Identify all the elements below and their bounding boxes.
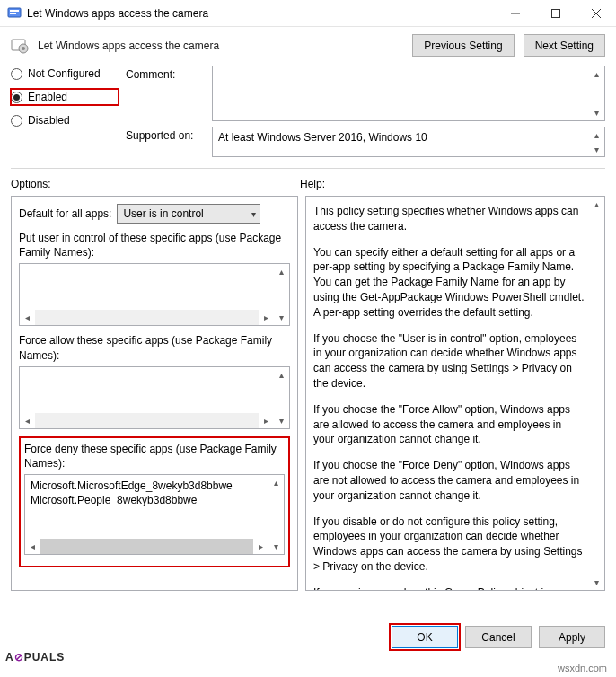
radio-icon: [11, 92, 22, 103]
force-deny-section: Force deny these specific apps (use Pack…: [19, 436, 290, 567]
options-header: Options:: [11, 178, 300, 190]
meta-fields: Comment: ▴ ▾ Supported on: At least Wind…: [126, 66, 605, 157]
scrollbar-vertical[interactable]: ▴ ▾: [589, 197, 604, 590]
svg-point-9: [22, 47, 25, 50]
svg-rect-4: [551, 9, 559, 17]
radio-disabled[interactable]: Disabled: [11, 114, 119, 127]
radio-label: Not Configured: [28, 67, 101, 80]
supported-value: At least Windows Server 2016, Windows 10: [218, 131, 427, 144]
brand-text: ⊘: [14, 651, 24, 664]
header-row: Let Windows apps access the camera Previ…: [0, 27, 616, 60]
radio-not-configured[interactable]: Not Configured: [11, 67, 119, 80]
scroll-down-icon: ▾: [274, 413, 289, 428]
help-paragraph: If you choose the "User is in control" o…: [313, 331, 585, 391]
help-header: Help:: [300, 178, 605, 190]
next-setting-button[interactable]: Next Setting: [524, 34, 605, 57]
scrollbar-horizontal[interactable]: ◂ ▸: [20, 310, 274, 325]
window-policy-icon: [7, 6, 22, 21]
titlebar: Let Windows apps access the camera: [0, 0, 616, 27]
scroll-left-icon: ◂: [25, 539, 40, 554]
scrollbar-horizontal[interactable]: ◂ ▸: [25, 539, 268, 554]
panes: Default for all apps: User is in control…: [0, 196, 616, 591]
help-paragraph: You can specify either a default setting…: [313, 245, 585, 321]
dialog-footer: OK Cancel Apply: [392, 626, 605, 648]
supported-textarea: At least Windows Server 2016, Windows 10…: [212, 127, 605, 157]
svg-rect-1: [10, 10, 19, 12]
force-deny-label: Force deny these specific apps (use Pack…: [24, 442, 285, 470]
default-for-all-label: Default for all apps:: [19, 207, 111, 220]
previous-setting-button[interactable]: Previous Setting: [412, 34, 514, 57]
force-allow-label: Force allow these specific apps (use Pac…: [19, 333, 290, 362]
state-radios: Not Configured Enabled Disabled: [11, 66, 119, 157]
scrollbar-vertical[interactable]: ▴ ▾: [589, 127, 604, 156]
scroll-right-icon: ▸: [259, 413, 274, 428]
scrollbar-vertical[interactable]: ▴ ▾: [274, 264, 289, 325]
ok-button[interactable]: OK: [392, 626, 458, 648]
scroll-up-icon: ▴: [589, 66, 604, 82]
scroll-down-icon: ▾: [268, 539, 284, 554]
watermark-site: wsxdn.com: [558, 663, 607, 673]
maximize-button[interactable]: [535, 0, 576, 27]
scroll-down-icon: ▾: [589, 142, 604, 156]
minimize-button[interactable]: [495, 0, 535, 27]
default-for-all-select[interactable]: User is in control ▾: [117, 204, 260, 224]
force-allow-listbox[interactable]: ▴ ▾ ◂ ▸: [19, 366, 290, 429]
scrollbar-vertical[interactable]: ▴ ▾: [268, 475, 284, 554]
help-paragraph: If an app is open when this Group Policy…: [313, 585, 585, 591]
watermark-brand: A⊘PUALS: [5, 643, 65, 666]
scroll-up-icon: ▴: [589, 127, 604, 142]
options-pane: Default for all apps: User is in control…: [11, 196, 298, 591]
scroll-track: [40, 539, 253, 554]
scroll-track: [35, 310, 259, 325]
policy-title: Let Windows apps access the camera: [38, 40, 403, 52]
radio-label: Enabled: [28, 91, 67, 103]
radio-icon: [11, 68, 22, 80]
section-headers: Options: Help:: [0, 169, 616, 196]
scroll-left-icon: ◂: [20, 310, 35, 325]
list-item: Microsoft.People_8wekyb3d8bbwe: [31, 493, 266, 507]
comment-label: Comment:: [126, 66, 205, 121]
apply-button[interactable]: Apply: [539, 626, 605, 648]
config-area: Not Configured Enabled Disabled Comment:…: [0, 60, 616, 161]
help-pane: This policy setting specifies whether Wi…: [305, 196, 605, 591]
scroll-right-icon: ▸: [259, 310, 274, 325]
cancel-button[interactable]: Cancel: [465, 626, 532, 648]
select-value: User is in control: [123, 207, 203, 220]
window-title: Let Windows apps access the camera: [27, 7, 495, 20]
scroll-up-icon: ▴: [268, 475, 284, 490]
close-button[interactable]: [576, 0, 616, 27]
scroll-down-icon: ▾: [589, 105, 604, 120]
scroll-up-icon: ▴: [274, 367, 289, 382]
scroll-down-icon: ▾: [589, 575, 604, 590]
help-paragraph: If you choose the "Force Deny" option, W…: [313, 458, 585, 503]
radio-label: Disabled: [28, 114, 70, 127]
scroll-down-icon: ▾: [274, 310, 289, 325]
put-user-listbox[interactable]: ▴ ▾ ◂ ▸: [19, 263, 290, 326]
radio-icon: [11, 115, 22, 127]
policy-icon: [11, 37, 29, 55]
brand-text: A: [5, 651, 14, 664]
scrollbar-horizontal[interactable]: ◂ ▸: [20, 413, 274, 428]
scrollbar-vertical[interactable]: ▴ ▾: [589, 66, 604, 120]
force-deny-listbox[interactable]: Microsoft.MicrosoftEdge_8wekyb3d8bbwe Mi…: [24, 474, 285, 555]
chevron-down-icon: ▾: [251, 209, 256, 219]
brand-text: PUALS: [24, 651, 66, 664]
scroll-track: [35, 413, 259, 428]
default-for-all-row: Default for all apps: User is in control…: [19, 204, 290, 224]
scroll-left-icon: ◂: [20, 413, 35, 428]
comment-textarea[interactable]: ▴ ▾: [212, 66, 605, 121]
svg-rect-2: [10, 13, 16, 14]
supported-label: Supported on:: [126, 127, 205, 157]
scroll-up-icon: ▴: [589, 197, 604, 212]
help-paragraph: If you choose the "Force Allow" option, …: [313, 402, 585, 447]
help-paragraph: If you disable or do not configure this …: [313, 514, 585, 575]
put-user-label: Put user in control of these specific ap…: [19, 231, 290, 259]
scrollbar-vertical[interactable]: ▴ ▾: [274, 367, 289, 428]
help-paragraph: This policy setting specifies whether Wi…: [313, 204, 585, 234]
scroll-up-icon: ▴: [274, 264, 289, 279]
list-item: Microsoft.MicrosoftEdge_8wekyb3d8bbwe: [31, 479, 266, 493]
scroll-right-icon: ▸: [253, 539, 268, 554]
radio-enabled[interactable]: Enabled: [11, 89, 119, 105]
comment-row: Comment: ▴ ▾: [126, 66, 605, 121]
supported-row: Supported on: At least Windows Server 20…: [126, 127, 605, 157]
